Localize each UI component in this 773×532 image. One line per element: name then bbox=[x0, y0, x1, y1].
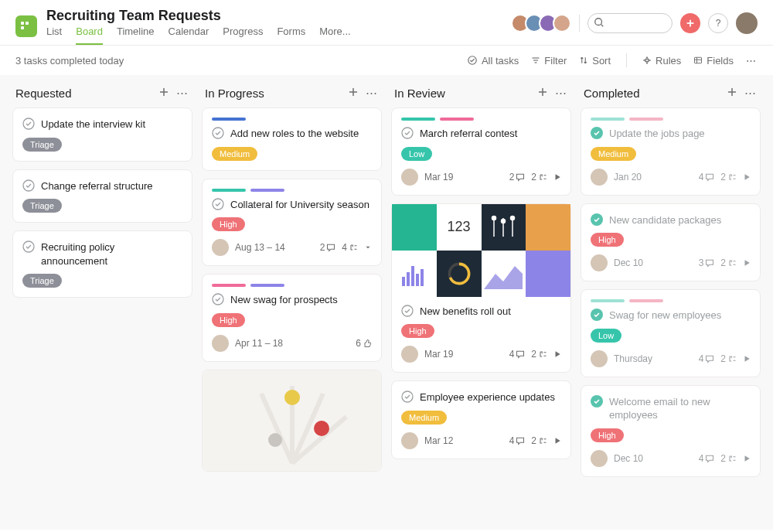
column-title: Requested bbox=[15, 87, 158, 100]
play-icon[interactable] bbox=[553, 173, 561, 181]
add-card-button[interactable] bbox=[158, 86, 170, 100]
svg-rect-11 bbox=[695, 57, 702, 63]
subtask-count: 2 bbox=[720, 257, 737, 268]
task-card[interactable]: New candidate packagesHighDec 103 2 bbox=[581, 203, 761, 282]
complete-check-icon[interactable] bbox=[22, 240, 35, 253]
complete-check-icon[interactable] bbox=[591, 213, 603, 226]
task-card[interactable]: New swag for prospectsHighApr 11 – 186 bbox=[202, 274, 382, 362]
sort-button[interactable]: Sort bbox=[579, 55, 611, 66]
svg-rect-2 bbox=[21, 26, 24, 29]
complete-check-icon[interactable] bbox=[401, 127, 414, 139]
task-title: New candidate packages bbox=[609, 213, 721, 227]
category-stripes bbox=[591, 118, 751, 121]
tab-board[interactable]: Board bbox=[76, 26, 103, 45]
play-icon[interactable] bbox=[743, 455, 751, 462]
column-menu[interactable]: ⋯ bbox=[366, 86, 379, 100]
task-card[interactable]: Swag for new employeesLowThursday4 2 bbox=[581, 289, 761, 377]
column-menu[interactable]: ⋯ bbox=[744, 86, 758, 100]
complete-check-icon[interactable] bbox=[401, 390, 414, 403]
tab-calendar[interactable]: Calendar bbox=[169, 26, 209, 45]
task-card[interactable]: Change referral structureTriage bbox=[12, 169, 192, 223]
task-card[interactable]: Welcome email to new employeesHighDec 10… bbox=[581, 385, 761, 477]
complete-check-icon[interactable] bbox=[212, 293, 224, 305]
complete-check-icon[interactable] bbox=[212, 198, 224, 210]
priority-tag: High bbox=[212, 313, 245, 327]
complete-check-icon[interactable] bbox=[22, 118, 35, 130]
play-icon[interactable] bbox=[743, 355, 751, 363]
completion-status: 3 tasks completed today bbox=[15, 55, 467, 66]
add-card-button[interactable] bbox=[726, 86, 738, 100]
due-date: Thursday bbox=[614, 353, 693, 364]
priority-tag: Low bbox=[401, 147, 432, 161]
assignee-avatar[interactable] bbox=[591, 169, 608, 186]
task-title: Change referral structure bbox=[41, 179, 153, 193]
user-avatar[interactable] bbox=[736, 12, 758, 34]
play-icon[interactable] bbox=[553, 350, 561, 358]
assignee-avatar[interactable] bbox=[591, 350, 608, 367]
task-card[interactable]: Recruiting policy announcementTriage bbox=[12, 230, 192, 298]
priority-tag: Triage bbox=[22, 199, 62, 213]
svg-rect-43 bbox=[416, 274, 419, 286]
assignee-avatar[interactable] bbox=[401, 346, 418, 363]
project-members[interactable] bbox=[511, 14, 571, 32]
complete-check-icon[interactable] bbox=[591, 127, 603, 139]
task-card[interactable]: March referral contestLowMar 192 2 bbox=[391, 107, 571, 196]
comment-count: 3 bbox=[699, 257, 715, 268]
assignee-avatar[interactable] bbox=[212, 335, 229, 352]
play-icon[interactable] bbox=[743, 173, 751, 181]
assignee-avatar[interactable] bbox=[401, 169, 418, 186]
task-title: Welcome email to new employees bbox=[609, 395, 751, 422]
due-date: Jan 20 bbox=[614, 172, 693, 182]
column-menu[interactable]: ⋯ bbox=[176, 86, 189, 100]
app-logo[interactable] bbox=[15, 15, 37, 37]
due-date: Dec 10 bbox=[614, 257, 693, 268]
more-menu[interactable]: ⋯ bbox=[746, 55, 758, 66]
category-stripes bbox=[591, 299, 751, 302]
tab-more[interactable]: More... bbox=[319, 26, 350, 45]
task-card[interactable]: Employee experience updatesMediumMar 124… bbox=[391, 380, 571, 459]
tab-timeline[interactable]: Timeline bbox=[117, 26, 155, 45]
task-card[interactable]: 123New benefits roll outHighMar 194 2 bbox=[391, 203, 571, 373]
tab-progress[interactable]: Progress bbox=[223, 26, 263, 45]
tab-list[interactable]: List bbox=[46, 26, 62, 45]
help-button[interactable]: ? bbox=[708, 13, 728, 33]
search-box[interactable] bbox=[587, 13, 673, 33]
rules-button[interactable]: Rules bbox=[642, 55, 681, 66]
chevron-down-icon[interactable] bbox=[364, 244, 372, 251]
svg-rect-44 bbox=[421, 269, 424, 286]
column-completed: Completed⋯Update the jobs pageMediumJan … bbox=[581, 81, 761, 523]
column-menu[interactable]: ⋯ bbox=[555, 86, 568, 100]
task-title: Recruiting policy announcement bbox=[41, 240, 182, 268]
task-card[interactable] bbox=[202, 370, 382, 472]
member-avatar[interactable] bbox=[553, 14, 571, 32]
assignee-avatar[interactable] bbox=[591, 254, 608, 271]
task-title: Collateral for University season bbox=[230, 198, 369, 212]
complete-check-icon[interactable] bbox=[591, 309, 603, 321]
filter-button[interactable]: Filter bbox=[531, 55, 567, 66]
comment-count: 2 bbox=[320, 242, 336, 253]
complete-check-icon[interactable] bbox=[401, 305, 414, 317]
play-icon[interactable] bbox=[743, 259, 751, 267]
like-count: 6 bbox=[356, 338, 372, 349]
column-in-progress: In Progress⋯Add new roles to the website… bbox=[202, 81, 382, 523]
add-card-button[interactable] bbox=[536, 86, 549, 100]
add-card-button[interactable] bbox=[347, 86, 359, 100]
play-icon[interactable] bbox=[553, 437, 561, 445]
assignee-avatar[interactable] bbox=[591, 450, 608, 467]
subtask-count: 2 bbox=[720, 353, 737, 364]
all-tasks-filter[interactable]: All tasks bbox=[467, 55, 519, 66]
task-card[interactable]: Add new roles to the websiteMedium bbox=[202, 107, 382, 171]
add-button[interactable] bbox=[680, 13, 700, 33]
tab-forms[interactable]: Forms bbox=[277, 26, 305, 45]
task-card[interactable]: Update the interview kitTriage bbox=[12, 107, 192, 162]
task-card[interactable]: Collateral for University seasonHighAug … bbox=[202, 179, 382, 267]
assignee-avatar[interactable] bbox=[401, 432, 418, 449]
due-date: Mar 19 bbox=[424, 349, 503, 360]
fields-button[interactable]: Fields bbox=[693, 55, 734, 66]
complete-check-icon[interactable] bbox=[212, 127, 224, 139]
task-card[interactable]: Update the jobs pageMediumJan 204 2 bbox=[581, 107, 761, 196]
complete-check-icon[interactable] bbox=[591, 395, 603, 408]
svg-rect-0 bbox=[21, 22, 24, 25]
assignee-avatar[interactable] bbox=[212, 239, 229, 256]
complete-check-icon[interactable] bbox=[22, 179, 35, 192]
